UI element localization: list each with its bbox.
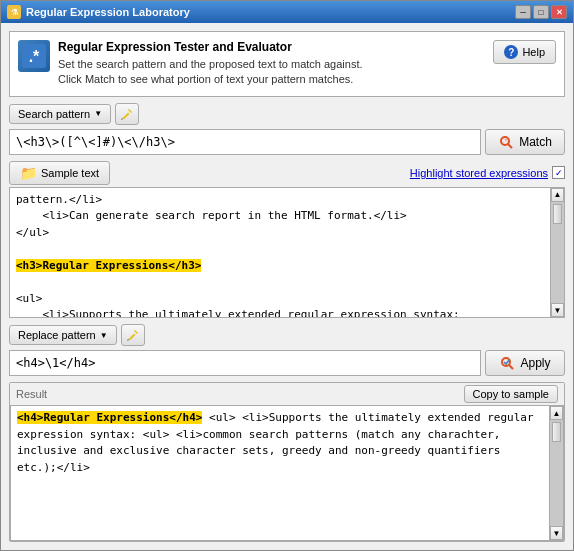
- replace-pattern-label: Replace pattern: [18, 329, 96, 341]
- svg-text:.*: .*: [29, 48, 40, 65]
- search-pattern-input[interactable]: [9, 129, 481, 155]
- main-content: .* Regular Expression Tester and Evaluat…: [1, 23, 573, 550]
- apply-label: Apply: [520, 356, 550, 370]
- search-controls: Search pattern ▼: [9, 103, 565, 125]
- svg-marker-3: [128, 109, 132, 113]
- copy-to-sample-button[interactable]: Copy to sample: [464, 385, 558, 403]
- svg-line-12: [509, 365, 513, 369]
- header-text: Regular Expression Tester and Evaluator …: [58, 40, 485, 88]
- match-icon: .*: [498, 134, 514, 150]
- apply-button[interactable]: Apply: [485, 350, 565, 376]
- header-title: Regular Expression Tester and Evaluator: [58, 40, 485, 54]
- highlighted-match: <h3>Regular Expressions</h3>: [16, 259, 201, 272]
- minimize-button[interactable]: ─: [515, 5, 531, 19]
- sample-text-content[interactable]: pattern.</li> <li>Can generate search re…: [10, 188, 550, 318]
- result-label: Result: [16, 388, 47, 400]
- app-icon: ⚗: [7, 5, 21, 19]
- highlight-link[interactable]: Highlight stored expressions: [410, 167, 548, 179]
- replace-dropdown-arrow-icon: ▼: [100, 331, 108, 340]
- replace-pattern-section: Replace pattern ▼: [9, 324, 565, 376]
- result-header: Result Copy to sample: [10, 383, 564, 405]
- replace-edit-button[interactable]: [121, 324, 145, 346]
- search-pattern-label: Search pattern: [18, 108, 90, 120]
- titlebar: ⚗ Regular Expression Laboratory ─ □ ✕: [1, 1, 573, 23]
- help-label: Help: [522, 46, 545, 58]
- result-scroll-up-arrow[interactable]: ▲: [550, 406, 563, 420]
- result-scroll-down-arrow[interactable]: ▼: [550, 526, 563, 540]
- replace-pencil-icon: [126, 328, 140, 342]
- svg-rect-2: [123, 112, 130, 119]
- search-pattern-dropdown[interactable]: Search pattern ▼: [9, 104, 111, 124]
- sample-scrollbar: ▲ ▼: [550, 188, 564, 318]
- search-pattern-row: .* Match: [9, 129, 565, 155]
- sample-section: 📁 Sample text Highlight stored expressio…: [9, 161, 565, 319]
- svg-rect-8: [128, 334, 135, 341]
- main-window: ⚗ Regular Expression Laboratory ─ □ ✕ .*…: [0, 0, 574, 551]
- folder-icon: 📁: [20, 165, 37, 181]
- header-desc-line2: Click Match to see what portion of text …: [58, 72, 485, 87]
- replace-pattern-dropdown[interactable]: Replace pattern ▼: [9, 325, 117, 345]
- scroll-down-arrow[interactable]: ▼: [551, 303, 564, 317]
- close-button[interactable]: ✕: [551, 5, 567, 19]
- replace-pattern-row: Apply: [9, 350, 565, 376]
- svg-text:.*: .*: [503, 138, 508, 144]
- search-pattern-section: Search pattern ▼ .*: [9, 103, 565, 155]
- result-highlighted-match: <h4>Regular Expressions</h4>: [17, 411, 202, 424]
- header-desc-line1: Set the search pattern and the proposed …: [58, 57, 485, 72]
- svg-line-6: [508, 144, 512, 148]
- dropdown-arrow-icon: ▼: [94, 109, 102, 118]
- match-button[interactable]: .* Match: [485, 129, 565, 155]
- search-edit-button[interactable]: [115, 103, 139, 125]
- match-label: Match: [519, 135, 552, 149]
- maximize-button[interactable]: □: [533, 5, 549, 19]
- replace-controls: Replace pattern ▼: [9, 324, 565, 346]
- apply-icon: [499, 355, 515, 371]
- sample-text-tab[interactable]: 📁 Sample text: [9, 161, 110, 185]
- scroll-thumb[interactable]: [553, 204, 562, 224]
- help-button[interactable]: ? Help: [493, 40, 556, 64]
- header-section: .* Regular Expression Tester and Evaluat…: [9, 31, 565, 97]
- svg-marker-9: [134, 330, 138, 334]
- window-title: Regular Expression Laboratory: [26, 6, 515, 18]
- scroll-up-arrow[interactable]: ▲: [551, 188, 564, 202]
- highlight-checkbox[interactable]: ✓: [552, 166, 565, 179]
- app-logo: .*: [18, 40, 50, 72]
- result-section: Result Copy to sample <h4>Regular Expres…: [9, 382, 565, 542]
- result-scroll-track: [550, 420, 563, 526]
- highlight-row: Highlight stored expressions ✓: [410, 166, 565, 179]
- help-icon: ?: [504, 45, 518, 59]
- result-text-content[interactable]: <h4>Regular Expressions</h4> <ul> <li>Su…: [11, 406, 549, 540]
- sample-text-container: pattern.</li> <li>Can generate search re…: [9, 187, 565, 319]
- result-content-container: <h4>Regular Expressions</h4> <ul> <li>Su…: [10, 405, 564, 541]
- replace-pattern-input[interactable]: [9, 350, 481, 376]
- pencil-icon: [120, 107, 134, 121]
- result-scrollbar: ▲ ▼: [549, 406, 563, 540]
- scroll-track: [551, 202, 564, 304]
- sample-header: 📁 Sample text Highlight stored expressio…: [9, 161, 565, 185]
- result-scroll-thumb[interactable]: [552, 422, 561, 442]
- window-controls: ─ □ ✕: [515, 5, 567, 19]
- sample-tab-label: Sample text: [41, 167, 99, 179]
